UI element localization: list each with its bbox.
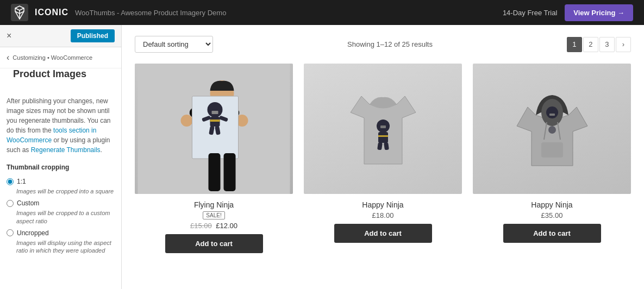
page-3-button[interactable]: 3 [599, 37, 615, 52]
flying-ninja-illustration [135, 64, 293, 194]
back-arrow-icon[interactable]: ‹ [7, 53, 9, 62]
svg-rect-28 [541, 142, 563, 158]
radio-custom-label[interactable]: Custom [7, 198, 115, 208]
shop-toolbar: Default sorting Showing 1–12 of 25 resul… [135, 36, 631, 53]
customizer-sidebar: × Published ‹ Customizing • WooCommerce … [0, 25, 122, 289]
product-2-name: Happy Ninja [362, 200, 403, 209]
product-grid: Flying Ninja SALE! £15.00 £12.00 Add to … [135, 64, 631, 253]
radio-1x1-label[interactable]: 1:1 [7, 177, 115, 186]
brand-name: ICONIC [35, 8, 68, 17]
svg-point-31 [548, 126, 556, 134]
svg-rect-12 [210, 120, 220, 122]
sidebar-header-actions: × [7, 32, 11, 40]
svg-rect-10 [212, 111, 218, 114]
product-2-add-to-cart-button[interactable]: Add to cart [334, 224, 432, 243]
product-image-flying-ninja [135, 64, 293, 194]
sort-select[interactable]: Default sorting [135, 36, 213, 53]
hoodie-illustration [514, 85, 590, 172]
product-3-price: £35.00 [541, 211, 563, 219]
pagination-next-button[interactable]: › [616, 37, 631, 52]
sidebar-desc-end: . [101, 146, 102, 154]
radio-custom-input[interactable] [7, 200, 14, 207]
radio-1x1-text: 1:1 [17, 177, 26, 186]
radio-uncropped-text: Uncropped [17, 228, 49, 238]
sidebar-back-nav[interactable]: ‹ Customizing • WooCommerce [0, 47, 121, 68]
shop-content: Default sorting Showing 1–12 of 25 resul… [122, 25, 644, 289]
radio-uncropped-label[interactable]: Uncropped [7, 228, 115, 238]
radio-uncropped-input[interactable] [7, 229, 14, 236]
sidebar-body: After publishing your changes, new image… [0, 90, 121, 261]
free-trial-label: 14-Day Free Trial [503, 9, 557, 17]
product-3-single-price: £35.00 [541, 211, 563, 219]
page-2-button[interactable]: 2 [583, 37, 598, 52]
cropping-section-title: Thumbnail cropping [7, 162, 115, 172]
product-image-happy-ninja-hoodie [473, 64, 631, 194]
product-image-happy-ninja-tshirt [304, 64, 462, 194]
flying-ninja-image [135, 64, 293, 194]
main-layout: × Published ‹ Customizing • WooCommerce … [0, 25, 644, 289]
radio-1x1-input[interactable] [7, 178, 14, 185]
close-button[interactable]: × [7, 32, 11, 40]
brand-section: ICONIC WooThumbs - Awesome Product Image… [11, 4, 226, 21]
product-card-happy-ninja-tshirt: Happy Ninja £18.00 Add to cart [304, 64, 462, 253]
radio-custom-text: Custom [17, 198, 39, 208]
product-3-name: Happy Ninja [531, 200, 572, 209]
sidebar-panel-title: Product Images [7, 68, 115, 85]
regenerate-link[interactable]: Regenerate Thumbnails [31, 146, 101, 154]
sidebar-header: × Published [0, 25, 121, 47]
happy-ninja-hoodie-image [473, 64, 631, 194]
breadcrumb: Customizing • WooCommerce [12, 54, 92, 61]
svg-point-9 [208, 102, 223, 117]
product-1-name: Flying Ninja [194, 200, 234, 209]
radio-uncropped-desc: Images will display using the aspect rat… [16, 239, 115, 255]
view-pricing-button[interactable]: View Pricing → [565, 4, 633, 21]
pagination: 1 2 3 › [567, 37, 631, 52]
top-navigation: ICONIC WooThumbs - Awesome Product Image… [0, 0, 644, 25]
option-uncropped: Uncropped Images will display using the … [7, 228, 115, 255]
product-1-add-to-cart-button[interactable]: Add to cart [165, 234, 263, 253]
sidebar-title-wrap: Product Images [0, 68, 121, 90]
svg-rect-21 [378, 132, 388, 143]
page-1-button[interactable]: 1 [567, 37, 582, 52]
product-1-old-price: £15.00 [190, 222, 212, 230]
tshirt-illustration [345, 85, 421, 172]
radio-custom-desc: Images will be cropped to a custom aspec… [16, 209, 115, 225]
svg-rect-17 [209, 153, 221, 191]
cropping-options: 1:1 Images will be cropped into a square… [7, 177, 115, 254]
published-button[interactable]: Published [71, 29, 115, 42]
svg-rect-20 [380, 125, 386, 128]
site-title: WooThumbs - Awesome Product Imagery Demo [75, 9, 226, 17]
happy-ninja-tshirt-image [304, 64, 462, 194]
product-3-add-to-cart-button[interactable]: Add to cart [503, 224, 601, 243]
product-2-price: £18.00 [372, 211, 394, 219]
product-card-flying-ninja: Flying Ninja SALE! £15.00 £12.00 Add to … [135, 64, 293, 253]
svg-rect-18 [224, 153, 236, 191]
product-2-single-price: £18.00 [372, 211, 394, 219]
product-card-happy-ninja-hoodie: Happy Ninja £35.00 Add to cart [473, 64, 631, 253]
svg-rect-30 [549, 114, 555, 116]
svg-rect-22 [378, 135, 388, 137]
svg-point-29 [546, 106, 558, 118]
top-bar-actions: 14-Day Free Trial View Pricing → [503, 4, 633, 21]
results-count: Showing 1–12 of 25 results [347, 40, 433, 48]
svg-point-6 [181, 115, 193, 127]
option-1x1: 1:1 Images will be cropped into a square [7, 177, 115, 195]
product-1-new-price: £12.00 [216, 222, 237, 230]
product-1-price: £15.00 £12.00 [190, 222, 237, 230]
product-1-sale-badge: SALE! [203, 211, 224, 219]
iconic-logo-icon [11, 4, 28, 21]
option-custom: Custom Images will be cropped to a custo… [7, 198, 115, 225]
radio-1x1-desc: Images will be cropped into a square [16, 187, 115, 195]
